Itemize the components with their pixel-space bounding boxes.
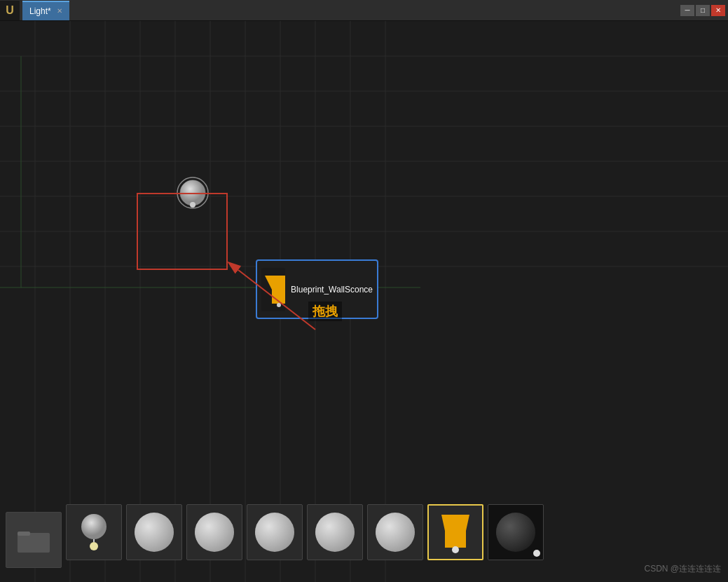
svg-rect-35 (18, 532, 30, 536)
svg-marker-30 (265, 276, 285, 304)
assets-folder[interactable]: Assets (6, 512, 62, 578)
maximize-btn[interactable]: □ (696, 5, 710, 16)
viewport-panel: ▼ 🎥 Perspective ☀ Lit ✛ ↻ ⊞ ⊕ (114, 91, 560, 449)
tab-label: Light* (29, 6, 51, 16)
watermark: CSDN @连连连连连 (644, 563, 721, 575)
light-studio-thumb (488, 504, 544, 560)
folder-icon (16, 526, 51, 554)
fire-ball (195, 513, 234, 552)
light-sphere-svg (175, 175, 210, 210)
sparks-thumb (307, 504, 363, 560)
tab-area: Light* ✕ (20, 1, 680, 20)
node-funnel-svg (261, 272, 285, 307)
svg-point-37 (90, 542, 98, 550)
grid-svg (0, 38, 728, 449)
ceiling-light-svg (73, 511, 115, 553)
explosion-thumb (126, 504, 182, 560)
light-studio-dot (533, 550, 540, 557)
drag-label: 拖拽 (308, 302, 342, 321)
title-bar: U Light* ✕ ─ □ ✕ (0, 0, 728, 21)
main-tab[interactable]: Light* ✕ (22, 1, 69, 20)
ue-logo: U (0, 1, 20, 20)
ceiling-light-thumb (66, 504, 122, 560)
svg-point-23 (190, 202, 195, 208)
smoke-ball (255, 513, 294, 552)
steam-ball (376, 513, 415, 552)
window-controls: ─ □ ✕ (680, 5, 728, 16)
minimize-btn[interactable]: ─ (680, 5, 694, 16)
close-btn[interactable]: ✕ (711, 5, 725, 16)
svg-point-22 (180, 180, 205, 205)
grid-area[interactable]: X Y (0, 38, 728, 449)
wall-sconce-thumb (427, 504, 483, 560)
node-thumbnail (261, 268, 285, 311)
drag-arrow-svg (0, 38, 728, 449)
svg-rect-34 (18, 533, 50, 553)
light-studio-ball (496, 513, 535, 552)
svg-marker-39 (441, 515, 469, 548)
steam-thumb (367, 504, 423, 560)
wall-sconce-svg (434, 511, 476, 553)
smoke-thumb (247, 504, 303, 560)
fire-thumb (186, 504, 242, 560)
sparks-ball (315, 513, 355, 552)
svg-point-40 (452, 546, 459, 553)
explosion-ball (135, 513, 174, 552)
svg-point-31 (277, 303, 281, 307)
tab-close-btn[interactable]: ✕ (57, 7, 62, 15)
svg-point-36 (81, 514, 107, 539)
node-label: Blueprint_WallSconce (291, 285, 373, 295)
viewport-canvas: X Y (0, 38, 728, 449)
assets-folder-thumb (6, 512, 62, 568)
light-icon (175, 175, 210, 210)
